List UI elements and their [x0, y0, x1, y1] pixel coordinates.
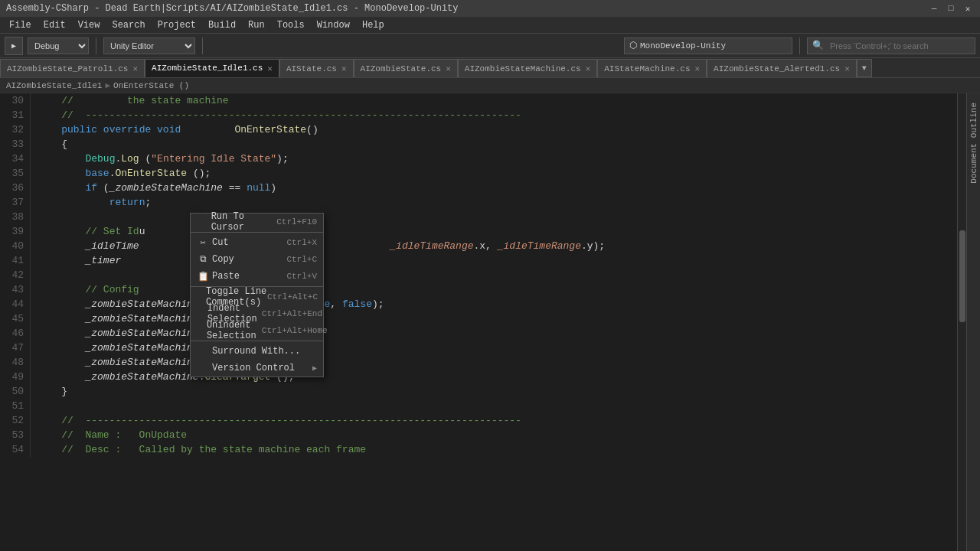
- code-line-49: _zombieStateMachine.ClearTarget ();: [38, 370, 957, 384]
- tab-alerted[interactable]: AIZombieState_Alerted1.cs ✕: [707, 59, 857, 77]
- menu-project[interactable]: Project: [152, 17, 202, 33]
- monodevelop-icon: ⬡: [629, 40, 637, 51]
- search-icon: 🔍: [812, 40, 824, 51]
- menu-file[interactable]: File: [3, 17, 38, 33]
- tab-aistate[interactable]: AIState.cs ✕: [279, 59, 354, 77]
- title-bar-text: Assembly-CSharp - Dead Earth|Scripts/AI/…: [6, 3, 928, 14]
- indent-icon: [197, 308, 204, 320]
- tab-idle-close[interactable]: ✕: [267, 64, 273, 73]
- ctx-run-to-cursor-label: Run To Cursor: [211, 211, 277, 233]
- play-button[interactable]: ▶: [5, 37, 23, 55]
- minimize-button[interactable]: —: [928, 2, 940, 15]
- tab-aizombiestate-label: AIZombieState.cs: [361, 64, 442, 73]
- ctx-version-control-label: Version Control: [212, 363, 295, 373]
- document-outline-panel: Document Outline: [966, 93, 980, 551]
- code-line-50: }: [38, 384, 957, 399]
- play-icon: ▶: [11, 41, 16, 51]
- menu-edit[interactable]: Edit: [38, 17, 72, 33]
- code-line-45: _zombieStateMachine.speed = 0;: [38, 311, 957, 326]
- ctx-paste[interactable]: 📋 Paste Ctrl+V: [191, 268, 323, 285]
- code-line-37: return;: [38, 195, 957, 210]
- tab-alerted-label: AIZombieState_Alerted1.cs: [714, 64, 840, 73]
- tab-aistatemachine-label: AIStateMachine.cs: [604, 64, 690, 73]
- line-numbers: 30 31 32 33 34 35 36 37 38 39 40 41 42 4…: [0, 93, 31, 457]
- code-line-40: _idleTime _idleTimeRange.x, _idleTimeRan…: [38, 239, 957, 253]
- menu-run[interactable]: Run: [242, 17, 271, 33]
- menu-help[interactable]: Help: [356, 17, 390, 33]
- code-line-38: [38, 210, 957, 224]
- ctx-run-to-cursor-shortcut: Ctrl+F10: [276, 217, 317, 227]
- code-line-33: {: [38, 137, 957, 152]
- ctx-cut-shortcut: Ctrl+X: [286, 238, 317, 247]
- code-line-52: // -------------------------------------…: [38, 413, 957, 428]
- scrollbar-thumb[interactable]: [959, 230, 965, 322]
- scrollbar[interactable]: [957, 93, 966, 551]
- tabs-more-button[interactable]: ▼: [857, 59, 872, 77]
- tab-aizombiestate-close[interactable]: ✕: [446, 64, 451, 73]
- menu-bar: File Edit View Search Project Build Run …: [0, 17, 980, 34]
- tab-aistatemachine[interactable]: AIStateMachine.cs ✕: [597, 59, 707, 77]
- tab-alerted-close[interactable]: ✕: [844, 64, 850, 73]
- menu-build[interactable]: Build: [202, 17, 242, 33]
- tab-patrol-close[interactable]: ✕: [132, 64, 138, 73]
- ctx-cut-label: Cut: [212, 237, 229, 248]
- debug-select[interactable]: Debug: [28, 37, 89, 54]
- tab-aistate-close[interactable]: ✕: [341, 64, 347, 73]
- search-input[interactable]: [827, 37, 965, 54]
- breadcrumb-part1: AIZombieState_Idle1: [6, 81, 102, 90]
- code-line-34: Debug.Log ("Entering Idle State");: [38, 152, 957, 166]
- ctx-surround-with-label: Surround With...: [212, 346, 300, 357]
- tab-patrol-label: AIZombieState_Patrol1.cs: [7, 64, 128, 73]
- tabs-bar: AIZombieState_Patrol1.cs ✕ AIZombieState…: [0, 58, 980, 78]
- ctx-run-to-cursor[interactable]: Run To Cursor Ctrl+F10: [191, 214, 323, 230]
- editor-select[interactable]: Unity Editor: [103, 37, 195, 54]
- menu-search[interactable]: Search: [106, 17, 151, 33]
- maximize-button[interactable]: □: [945, 2, 957, 15]
- code-line-43: // Config: [38, 282, 957, 297]
- paste-icon: 📋: [197, 270, 209, 282]
- ctx-unindent-shortcut: Ctrl+Alt+Home: [262, 326, 328, 335]
- code-line-51: [38, 399, 957, 413]
- run-to-cursor-icon: [197, 216, 208, 228]
- code-line-36: if (_zombieStateMachine == null): [38, 181, 957, 195]
- menu-tools[interactable]: Tools: [271, 17, 311, 33]
- title-bar: Assembly-CSharp - Dead Earth|Scripts/AI/…: [0, 0, 980, 17]
- context-menu: Run To Cursor Ctrl+F10 ✂ Cut Ctrl+X ⧉ Co…: [190, 213, 324, 377]
- version-control-icon: [197, 362, 209, 374]
- code-line-35: base.OnEnterState ();: [38, 166, 957, 181]
- ctx-paste-label: Paste: [212, 271, 240, 282]
- tab-aistate-label: AIState.cs: [286, 64, 337, 73]
- ctx-version-control[interactable]: Version Control ▶: [191, 360, 323, 377]
- close-button[interactable]: ✕: [962, 2, 974, 15]
- menu-view[interactable]: View: [72, 17, 106, 33]
- code-line-32: public override void OnEnterState(): [38, 122, 957, 137]
- code-line-30: // the state machine: [38, 93, 957, 108]
- surround-icon: [197, 345, 209, 357]
- menu-window[interactable]: Window: [311, 17, 356, 33]
- breadcrumb: AIZombieState_Idle1 ▶ OnEnterState (): [0, 78, 980, 93]
- ctx-cut[interactable]: ✂ Cut Ctrl+X: [191, 234, 323, 251]
- tab-aizombiestate[interactable]: AIZombieState.cs ✕: [354, 59, 458, 77]
- code-editor[interactable]: 30 31 32 33 34 35 36 37 38 39 40 41 42 4…: [0, 93, 957, 551]
- breadcrumb-arrow: ▶: [105, 80, 110, 90]
- ctx-surround-with[interactable]: Surround With...: [191, 343, 323, 360]
- ctx-unindent-label: Unindent Selection: [207, 320, 262, 341]
- tab-aizombiestatemachine-close[interactable]: ✕: [586, 64, 591, 73]
- tab-aizombiestatemachine[interactable]: AIZombieStateMachine.cs ✕: [458, 59, 597, 77]
- tab-idle-label: AIZombieState_Idle1.cs: [152, 64, 263, 73]
- code-line-39: // Set Idu: [38, 224, 957, 239]
- ctx-copy[interactable]: ⧉ Copy Ctrl+C: [191, 251, 323, 268]
- tab-aistatemachine-close[interactable]: ✕: [694, 64, 700, 73]
- ctx-unindent[interactable]: Unindent Selection Ctrl+Alt+Home: [191, 322, 323, 339]
- monodevelop-label: MonoDevelop-Unity: [640, 41, 726, 51]
- ctx-version-control-arrow: ▶: [312, 364, 317, 373]
- code-line-54: // Desc : Called by the state machine ea…: [38, 442, 957, 457]
- unindent-icon: [197, 324, 204, 337]
- ctx-copy-shortcut: Ctrl+C: [286, 255, 317, 264]
- title-bar-controls: — □ ✕: [928, 2, 974, 15]
- copy-icon: ⧉: [197, 253, 209, 266]
- ctx-paste-shortcut: Ctrl+V: [286, 272, 317, 281]
- tab-idle[interactable]: AIZombieState_Idle1.cs ✕: [145, 59, 279, 77]
- tab-patrol[interactable]: AIZombieState_Patrol1.cs ✕: [0, 59, 145, 77]
- ctx-toggle-comment-shortcut: Ctrl+Alt+C: [267, 292, 318, 302]
